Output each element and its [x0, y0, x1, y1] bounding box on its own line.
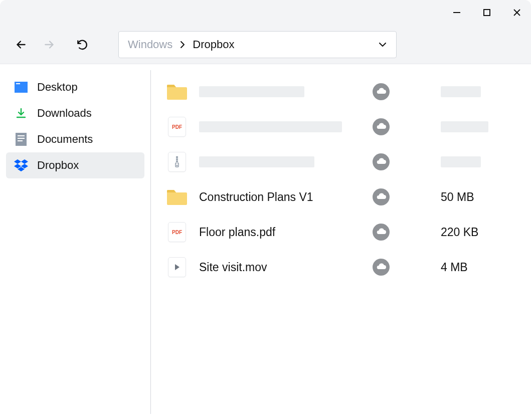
sidebar-item-dropbox[interactable]: Dropbox	[6, 152, 144, 178]
breadcrumb-current[interactable]: Dropbox	[193, 38, 234, 51]
sidebar-item-documents[interactable]: Documents	[6, 126, 144, 152]
sidebar-item-label: Documents	[37, 133, 93, 146]
sidebar-item-downloads[interactable]: Downloads	[6, 100, 144, 126]
pdf-icon: PDF	[166, 116, 188, 138]
cloud-icon	[373, 259, 390, 276]
cloud-status	[373, 224, 390, 241]
chevron-down-icon[interactable]	[378, 42, 387, 48]
cloud-status	[373, 259, 390, 276]
file-row[interactable]	[166, 144, 511, 179]
file-name-placeholder	[199, 156, 360, 167]
toolbar: Windows Dropbox	[0, 25, 531, 64]
refresh-icon	[76, 38, 89, 51]
arrow-right-icon	[43, 38, 56, 51]
file-size: 4 MB	[441, 261, 501, 274]
file-row[interactable]: Construction Plans V1 50 MB	[166, 179, 511, 215]
file-size: 220 KB	[441, 226, 501, 239]
back-button[interactable]	[14, 38, 28, 52]
svg-rect-1	[484, 10, 490, 16]
file-name: Floor plans.pdf	[199, 226, 360, 239]
file-size-placeholder	[441, 156, 501, 167]
cloud-icon	[373, 188, 390, 205]
dropbox-icon	[14, 158, 28, 172]
sidebar-item-label: Dropbox	[37, 159, 79, 172]
video-icon	[166, 256, 188, 278]
file-size-placeholder	[441, 121, 501, 132]
zip-icon	[166, 151, 188, 173]
svg-rect-5	[16, 83, 20, 84]
file-row[interactable]: PDF	[166, 109, 511, 144]
svg-rect-15	[176, 160, 178, 162]
file-name-placeholder	[199, 121, 360, 132]
svg-rect-9	[18, 138, 25, 139]
breadcrumb-parent[interactable]: Windows	[128, 38, 172, 51]
svg-point-17	[176, 165, 178, 166]
refresh-button[interactable]	[75, 38, 89, 52]
breadcrumb[interactable]: Windows Dropbox	[118, 31, 397, 58]
document-icon	[14, 132, 28, 146]
sidebar: Desktop Downloads Documents	[0, 64, 150, 420]
cloud-status	[373, 118, 390, 135]
file-list: PDF	[151, 64, 531, 420]
cloud-icon	[373, 118, 390, 135]
cloud-status	[373, 83, 390, 100]
arrow-left-icon	[15, 38, 28, 51]
maximize-button[interactable]	[482, 8, 492, 18]
download-icon	[14, 106, 28, 120]
cloud-icon	[373, 153, 390, 170]
file-row[interactable]	[166, 74, 511, 109]
file-size: 50 MB	[441, 190, 501, 204]
cloud-status	[373, 153, 390, 170]
file-name: Site visit.mov	[199, 261, 360, 274]
file-row[interactable]: Site visit.mov 4 MB	[166, 250, 511, 285]
forward-button[interactable]	[42, 38, 56, 52]
sidebar-item-desktop[interactable]: Desktop	[6, 74, 144, 100]
svg-rect-10	[18, 140, 23, 141]
folder-icon	[166, 81, 188, 103]
file-size-placeholder	[441, 86, 501, 97]
cloud-icon	[373, 83, 390, 100]
file-row[interactable]: PDF Floor plans.pdf 220 KB	[166, 215, 511, 250]
pdf-icon: PDF	[166, 221, 188, 243]
folder-icon	[166, 186, 188, 208]
file-name: Construction Plans V1	[199, 190, 360, 204]
svg-rect-13	[176, 156, 178, 158]
cloud-status	[373, 188, 390, 205]
svg-rect-7	[16, 133, 27, 146]
cloud-icon	[373, 224, 390, 241]
file-name-placeholder	[199, 86, 360, 97]
svg-rect-14	[176, 158, 178, 160]
svg-rect-8	[18, 135, 25, 136]
minimize-button[interactable]	[452, 8, 462, 18]
desktop-icon	[14, 80, 28, 94]
chevron-right-icon	[180, 41, 186, 49]
content: Desktop Downloads Documents	[0, 64, 531, 420]
titlebar	[0, 0, 531, 25]
maximize-icon	[483, 9, 491, 17]
close-icon	[512, 8, 521, 17]
close-button[interactable]	[512, 8, 522, 18]
sidebar-item-label: Desktop	[37, 81, 78, 94]
minimize-icon	[452, 8, 461, 17]
sidebar-item-label: Downloads	[37, 107, 92, 120]
